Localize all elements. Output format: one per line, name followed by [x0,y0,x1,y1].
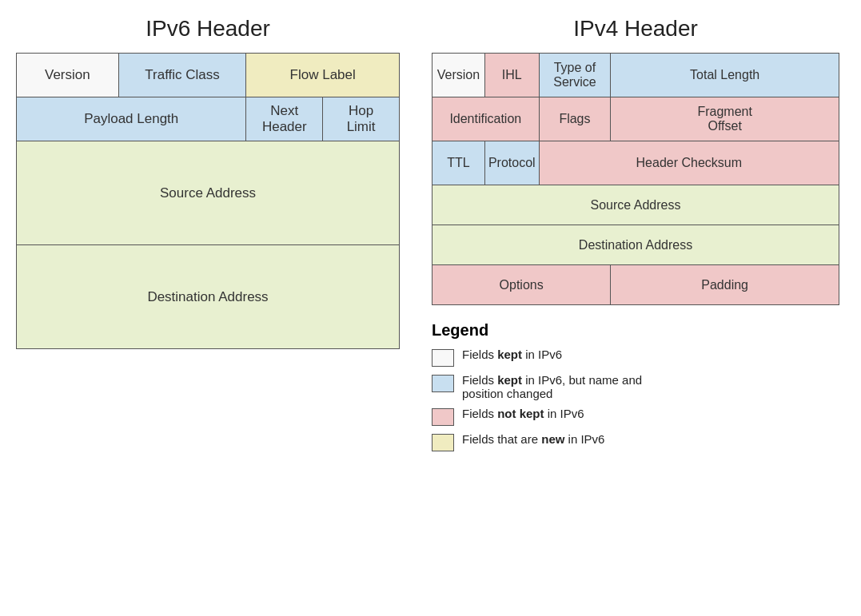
ipv4-flags: Flags [539,97,611,141]
ipv4-row-2: Identification Flags FragmentOffset [432,97,839,141]
ipv4-ihl: IHL [484,54,539,97]
ipv6-payload-length: Payload Length [17,97,246,141]
legend-item-blue: Fields kept in IPv6, but name and positi… [432,373,686,400]
ipv4-row-3: TTL Protocol Header Checksum [432,141,839,185]
legend-box-pink [432,408,454,426]
legend-item-white: Fields kept in IPv6 [432,348,686,367]
ipv4-version: Version [432,54,485,97]
ipv6-hop-limit: HopLimit [323,97,400,141]
ipv6-destination-address: Destination Address [17,245,400,349]
ipv6-source-address: Source Address [17,141,400,245]
ipv4-header-checksum: Header Checksum [539,141,839,185]
ipv4-row-6: Options Padding [432,265,839,305]
ipv4-identification: Identification [432,97,540,141]
ipv4-row-1: Version IHL Type ofService Total Length [432,54,839,97]
legend-box-yellow [432,434,454,451]
ipv6-row-2: Payload Length NextHeader HopLimit [17,97,400,141]
ipv4-protocol: Protocol [484,141,539,185]
ipv6-row-3: Source Address [17,141,400,245]
right-section: IPv4 Header Version IHL Type ofService T… [432,16,839,458]
legend-text-white: Fields kept in IPv6 [462,348,562,361]
ipv4-ttl: TTL [432,141,485,185]
ipv4-options: Options [432,265,611,305]
ipv6-row-4: Destination Address [17,245,400,349]
legend-box-blue [432,375,454,392]
ipv4-type-of-service: Type ofService [539,54,611,97]
ipv4-title: IPv4 Header [573,16,698,42]
ipv4-source-address: Source Address [432,185,839,225]
legend-text-blue: Fields kept in IPv6, but name and positi… [462,373,686,400]
ipv4-row-5: Destination Address [432,225,839,265]
ipv4-row-4: Source Address [432,185,839,225]
ipv6-row-1: Version Traffic Class Flow Label [17,54,400,97]
ipv6-flow-label: Flow Label [246,54,400,97]
ipv4-padding: Padding [611,265,839,305]
ipv6-next-header: NextHeader [246,97,323,141]
legend-item-pink: Fields not kept in IPv6 [432,407,686,426]
ipv4-table: Version IHL Type ofService Total Length … [432,53,839,305]
ipv6-traffic-class: Traffic Class [118,54,246,97]
ipv4-total-length: Total Length [611,54,839,97]
legend: Legend Fields kept in IPv6 Fields kept i… [432,321,686,458]
ipv6-title: IPv6 Header [145,16,270,42]
ipv4-fragment-offset: FragmentOffset [611,97,839,141]
legend-title: Legend [432,321,686,340]
ipv4-section: IPv4 Header Version IHL Type ofService T… [432,16,839,305]
legend-text-yellow: Fields that are new in IPv6 [462,432,604,446]
ipv6-table: Version Traffic Class Flow Label Payload… [16,53,400,349]
ipv6-version: Version [17,54,119,97]
legend-item-yellow: Fields that are new in IPv6 [432,432,686,451]
ipv6-section: IPv6 Header Version Traffic Class Flow L… [16,16,400,458]
ipv4-destination-address: Destination Address [432,225,839,265]
legend-text-pink: Fields not kept in IPv6 [462,407,584,420]
legend-box-white [432,349,454,367]
main-container: IPv6 Header Version Traffic Class Flow L… [16,16,845,458]
